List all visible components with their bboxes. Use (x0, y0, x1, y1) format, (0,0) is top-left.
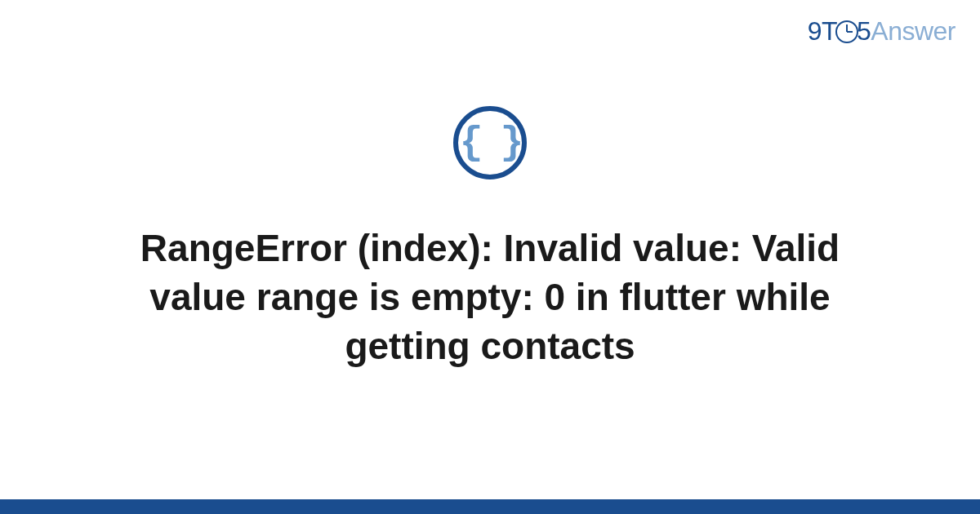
question-title: RangeError (index): Invalid value: Valid… (82, 224, 898, 370)
site-logo: 9T5Answer (808, 16, 956, 47)
clock-icon (835, 20, 858, 43)
main-content: { } RangeError (index): Invalid value: V… (0, 106, 980, 370)
logo-text-9t: 9T (808, 16, 837, 46)
code-braces-icon: { } (460, 123, 520, 162)
footer-bar (0, 499, 980, 514)
logo-text-answer: Answer (871, 16, 956, 46)
category-icon-circle: { } (453, 106, 527, 179)
logo-text-5: 5 (857, 16, 871, 46)
